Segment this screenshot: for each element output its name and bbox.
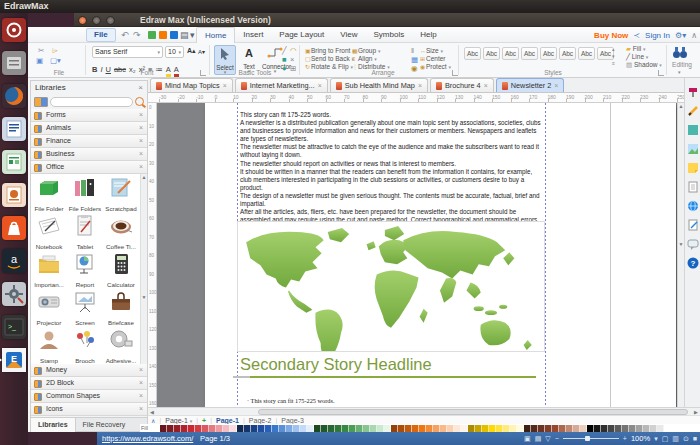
- library-group-business[interactable]: Business×: [31, 148, 147, 161]
- library-group-money[interactable]: Money×: [31, 364, 147, 377]
- dock-item-libreoffice-calc[interactable]: [2, 150, 26, 174]
- document-tab-sub-health-mind-map[interactable]: Sub Health Mind Map×: [330, 78, 428, 92]
- color-swatch[interactable]: [468, 425, 475, 432]
- shape-gallery-scrollbar[interactable]: ▲▼: [140, 174, 147, 364]
- color-swatch[interactable]: [482, 425, 489, 432]
- color-swatch[interactable]: [286, 425, 293, 432]
- color-swatch[interactable]: [363, 425, 370, 432]
- arc-tool-icon[interactable]: ◠: [290, 46, 297, 55]
- collapse-ribbon-icon[interactable]: ∧: [691, 31, 697, 40]
- color-swatch[interactable]: [503, 425, 510, 432]
- style-more-icon[interactable]: ≡: [612, 60, 615, 66]
- window-close-button[interactable]: [78, 16, 87, 25]
- styles-dialog-launcher[interactable]: [658, 70, 664, 76]
- style-preview-7[interactable]: Abc: [578, 47, 595, 60]
- shape-importan[interactable]: Importan...: [32, 252, 66, 289]
- shape-projector[interactable]: Projector: [32, 290, 66, 327]
- line-button[interactable]: ╱ Line ▾: [626, 53, 662, 61]
- color-swatch[interactable]: [426, 425, 433, 432]
- color-swatch[interactable]: [489, 425, 496, 432]
- color-swatch[interactable]: [160, 425, 167, 432]
- shape-tablet[interactable]: Tablet: [68, 214, 102, 251]
- dock-item-system-settings[interactable]: [2, 282, 26, 306]
- menu-tab-help[interactable]: Help: [412, 27, 444, 43]
- shape-brooch[interactable]: Brooch: [68, 328, 102, 364]
- dock-item-firefox[interactable]: [2, 84, 26, 108]
- arrange-size[interactable]: ↔Size ▾: [420, 47, 443, 55]
- line-tool-icon[interactable]: ╱: [282, 46, 287, 55]
- shape-calculator[interactable]: Calculator: [104, 252, 138, 289]
- color-swatch[interactable]: [307, 425, 314, 432]
- library-search-input[interactable]: [50, 97, 133, 107]
- library-group-animals[interactable]: Animals×: [31, 122, 147, 135]
- color-swatch[interactable]: [594, 425, 601, 432]
- sticky-note-icon[interactable]: [687, 160, 699, 172]
- panel-tab-file-recovery[interactable]: File Recovery: [76, 418, 133, 432]
- close-tab-icon[interactable]: ×: [554, 82, 558, 89]
- page-setup-icon[interactable]: [687, 179, 699, 191]
- color-swatch[interactable]: [524, 425, 531, 432]
- pause-layout-icon[interactable]: ‖: [411, 46, 414, 55]
- page-tab-page-1-1[interactable]: Page-1: [216, 417, 239, 424]
- pan-zoom-icon[interactable]: ⊙: [683, 432, 689, 445]
- zoom-slider[interactable]: [563, 438, 619, 439]
- page-tab-page-2-2[interactable]: Page-2: [249, 417, 272, 424]
- redo-icon[interactable]: ↷: [133, 28, 141, 42]
- color-swatch[interactable]: [174, 425, 181, 432]
- color-swatch[interactable]: [188, 425, 195, 432]
- color-swatch[interactable]: [510, 425, 517, 432]
- color-swatch[interactable]: [377, 425, 384, 432]
- zoom-in-icon[interactable]: +: [623, 432, 627, 445]
- find-binoculars-icon[interactable]: [672, 46, 688, 59]
- image-icon[interactable]: [687, 141, 699, 153]
- library-group-finance[interactable]: Finance×: [31, 135, 147, 148]
- color-swatch[interactable]: [636, 425, 643, 432]
- color-swatch[interactable]: [209, 425, 216, 432]
- help-icon[interactable]: ?: [687, 255, 699, 267]
- color-swatch[interactable]: [419, 425, 426, 432]
- close-library-icon[interactable]: ×: [139, 364, 143, 376]
- color-swatch[interactable]: [251, 425, 258, 432]
- color-swatch[interactable]: [335, 425, 342, 432]
- color-swatch[interactable]: [454, 425, 461, 432]
- menu-tab-symbols[interactable]: Symbols: [366, 27, 413, 43]
- close-tab-icon[interactable]: ×: [418, 82, 422, 89]
- document-tab-internet-marketing[interactable]: Internet Marketing...×: [235, 78, 328, 92]
- add-page-icon[interactable]: +: [202, 417, 206, 424]
- library-group-icons[interactable]: Icons×: [31, 403, 147, 416]
- paste-icon[interactable]: ▣: [36, 56, 43, 65]
- shape-report[interactable]: Report: [68, 252, 102, 289]
- dock-item-terminal[interactable]: >_: [2, 315, 26, 339]
- close-tab-icon[interactable]: ×: [223, 82, 227, 89]
- arrange-align[interactable]: ≡Align ▾: [352, 55, 377, 63]
- color-swatch[interactable]: [475, 425, 482, 432]
- color-swatch[interactable]: [314, 425, 321, 432]
- arrange-center[interactable]: ⊞Center: [420, 55, 446, 63]
- dock-item-ubuntu-software[interactable]: [2, 216, 26, 240]
- color-swatch[interactable]: [244, 425, 251, 432]
- options-gear-icon[interactable]: ⚙▾: [675, 31, 686, 40]
- color-swatch[interactable]: [622, 425, 629, 432]
- sign-in-link[interactable]: Sign In: [645, 31, 670, 40]
- comment-icon[interactable]: [687, 236, 699, 248]
- menu-tab-home[interactable]: Home: [196, 27, 235, 43]
- color-swatch[interactable]: [580, 425, 587, 432]
- hyperlink-icon[interactable]: [687, 198, 699, 210]
- color-swatch[interactable]: [349, 425, 356, 432]
- pagebar-collapse-icon[interactable]: ∧: [151, 417, 155, 424]
- color-swatch[interactable]: [601, 425, 608, 432]
- color-swatch[interactable]: [608, 425, 615, 432]
- color-swatch-icon[interactable]: [687, 122, 699, 134]
- editing-caret-icon[interactable]: ▾: [678, 69, 681, 75]
- color-swatch[interactable]: [440, 425, 447, 432]
- flip-tool-icon[interactable]: ×: [290, 55, 294, 64]
- library-group-forms[interactable]: Forms×: [31, 109, 147, 122]
- normal-view-icon[interactable]: ▣: [524, 432, 531, 445]
- color-swatch[interactable]: [650, 425, 657, 432]
- font-family-select[interactable]: Sans Serif▾: [92, 46, 163, 58]
- cut-icon[interactable]: ✂: [38, 46, 44, 55]
- shape-coffee-ti[interactable]: Coffee Ti...: [104, 214, 138, 251]
- close-library-icon[interactable]: ×: [139, 122, 143, 134]
- document-tab-newsletter-2[interactable]: Newsletter 2×: [496, 78, 565, 92]
- close-library-icon[interactable]: ×: [139, 161, 143, 173]
